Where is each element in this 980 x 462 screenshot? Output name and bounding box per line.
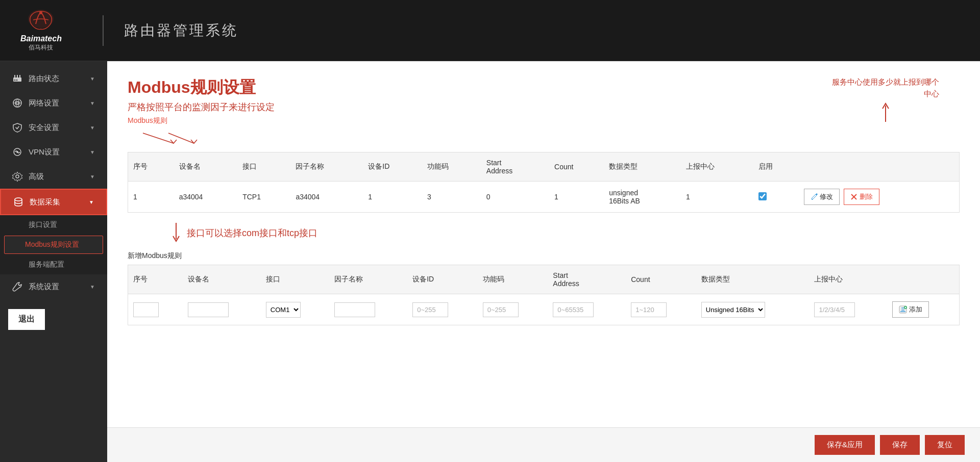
sidebar-item-security-settings[interactable]: 安全设置 ▼ <box>0 115 107 140</box>
logo-sub-text: 佰马科技 <box>29 43 53 52</box>
th-data-type: 数据类型 <box>604 152 681 182</box>
logout-button[interactable]: 退出 <box>8 309 45 330</box>
sidebar-item-vpn-settings[interactable]: VPN设置 ▼ <box>0 140 107 164</box>
bottom-action-bar: 保存&应用 保存 复位 <box>107 427 980 462</box>
table-header-row: 序号 设备名 接口 因子名称 设备ID 功能码 StartAddress Cou… <box>128 152 959 182</box>
svg-point-1 <box>39 11 42 14</box>
edit-label: 修改 <box>820 192 833 201</box>
svg-point-13 <box>16 175 19 178</box>
sidebar-item-advanced[interactable]: 高级 ▼ <box>0 164 107 189</box>
bottom-annotation: 接口可以选择com接口和tcp接口 <box>168 223 960 243</box>
sidebar-arrow-system: ▼ <box>90 284 95 290</box>
new-rule-table: 序号 设备名 接口 因子名称 设备ID 功能码 StartAddress Cou… <box>128 265 959 325</box>
main-content: Modbus规则设置 严格按照平台的监测因子来进行设定 Modbus规则 服务中… <box>107 61 980 462</box>
nr-data-type-select[interactable]: Unsigned 16Bits Signed 16Bits Unsigned 3… <box>701 302 765 318</box>
svg-point-7 <box>16 80 18 81</box>
nr-th-actions <box>887 265 959 294</box>
delete-label: 删除 <box>860 192 873 201</box>
nr-factor-name-input[interactable] <box>334 302 375 317</box>
nr-device-name-input[interactable] <box>188 302 229 317</box>
nr-td-data-type: Unsigned 16Bits Signed 16Bits Unsigned 3… <box>696 294 810 325</box>
nr-report-center-input[interactable] <box>814 302 855 317</box>
td-report-center: 1 <box>681 182 753 213</box>
th-start-address: StartAddress <box>481 152 549 182</box>
nr-seq-input[interactable] <box>133 302 159 317</box>
new-rule-section: 新增Modbus规则 序号 设备名 接口 因子名称 设备ID 功能码 Start… <box>128 251 960 325</box>
td-data-type: unsigned16Bits AB <box>604 182 681 213</box>
delete-icon <box>850 193 857 200</box>
table-row: 1 a34004 TCP1 a34004 1 3 0 1 unsigned16B… <box>128 182 959 213</box>
nr-td-device-name <box>183 294 261 325</box>
vpn-icon <box>12 147 22 157</box>
svg-line-16 <box>143 133 174 143</box>
sidebar-item-network-settings[interactable]: 网络设置 ▼ <box>0 91 107 115</box>
baimatech-logo-icon <box>23 9 59 34</box>
nr-th-factor-name: 因子名称 <box>329 265 407 294</box>
sidebar-item-data-collection[interactable]: 数据采集 ▼ <box>0 189 107 215</box>
nr-interface-select[interactable]: COM1 COM2 TCP1 TCP2 <box>266 302 301 318</box>
reset-button[interactable]: 复位 <box>925 435 965 455</box>
sidebar-item-network-label: 网络设置 <box>29 98 59 108</box>
page-title: Modbus规则设置 <box>128 76 275 99</box>
nr-count-input[interactable] <box>631 302 667 317</box>
edit-icon <box>811 193 818 200</box>
td-func-code: 3 <box>422 182 481 213</box>
save-apply-button[interactable]: 保存&应用 <box>815 435 875 455</box>
nr-th-device-name: 设备名 <box>183 265 261 294</box>
delete-button[interactable]: 删除 <box>844 189 879 205</box>
nr-device-id-input[interactable] <box>412 302 448 317</box>
bottom-spacer <box>128 336 960 366</box>
sidebar-sub-server-config[interactable]: 服务端配置 <box>0 255 107 274</box>
sidebar-sub-menu: 接口设置 Modbus规则设置 服务端配置 <box>0 215 107 274</box>
security-icon <box>12 122 22 133</box>
network-icon <box>12 98 22 108</box>
th-func-code: 功能码 <box>422 152 481 182</box>
header: Baimatech 佰马科技 路由器管理系统 <box>0 0 980 61</box>
sidebar-item-data-collection-label: 数据采集 <box>30 197 60 207</box>
th-report-center: 上报中心 <box>681 152 753 182</box>
nr-td-factor-name <box>329 294 407 325</box>
sidebar: 路由状态 ▼ 网络设置 ▼ 安全设置 ▼ <box>0 61 107 462</box>
annotation-arrows-icon <box>128 131 230 146</box>
add-rule-button[interactable]: 添加 <box>892 301 929 318</box>
save-button[interactable]: 保存 <box>880 435 920 455</box>
sidebar-item-router-status-label: 路由状态 <box>29 74 59 84</box>
add-label: 添加 <box>909 305 922 314</box>
sidebar-item-router-status[interactable]: 路由状态 ▼ <box>0 66 107 91</box>
main-data-table: 序号 设备名 接口 因子名称 设备ID 功能码 StartAddress Cou… <box>128 152 960 213</box>
logo-brand-name: Baimatech <box>20 34 62 43</box>
sidebar-arrow-router: ▼ <box>90 76 95 82</box>
bottom-annotation-text: 接口可以选择com接口和tcp接口 <box>187 227 317 239</box>
th-enabled: 启用 <box>753 152 799 182</box>
svg-rect-5 <box>19 75 20 78</box>
layout: 路由状态 ▼ 网络设置 ▼ 安全设置 ▼ <box>0 61 980 462</box>
nr-th-device-id: 设备ID <box>407 265 478 294</box>
td-enabled <box>753 182 799 213</box>
wrench-icon <box>12 281 22 292</box>
sidebar-arrow-network: ▼ <box>90 100 95 106</box>
sidebar-sub-interface-config[interactable]: 接口设置 <box>0 215 107 235</box>
new-rule-title: 新增Modbus规则 <box>128 251 960 261</box>
svg-point-14 <box>15 198 22 201</box>
th-count: Count <box>549 152 604 182</box>
top-right-annotation: 服务中心使用多少就上报到哪个 中心 <box>832 76 939 125</box>
nr-func-code-input[interactable] <box>483 302 519 317</box>
nr-td-device-id <box>407 294 478 325</box>
svg-point-6 <box>14 80 16 81</box>
nr-start-addr-input[interactable] <box>553 302 594 317</box>
sidebar-item-system-settings[interactable]: 系统设置 ▼ <box>0 274 107 299</box>
th-interface: 接口 <box>237 152 290 182</box>
sidebar-arrow-data-collection: ▼ <box>89 199 94 205</box>
nr-th-func-code: 功能码 <box>478 265 548 294</box>
router-icon <box>12 73 22 84</box>
sidebar-sub-modbus-rules[interactable]: Modbus规则设置 <box>4 236 103 254</box>
sidebar-arrow-vpn: ▼ <box>90 149 95 155</box>
sidebar-item-system-label: 系统设置 <box>29 282 59 292</box>
enabled-checkbox[interactable] <box>758 192 767 200</box>
nr-td-func-code <box>478 294 548 325</box>
edit-button[interactable]: 修改 <box>804 189 840 205</box>
nr-td-report-center <box>809 294 887 325</box>
sidebar-arrow-security: ▼ <box>90 125 95 131</box>
svg-point-12 <box>16 151 18 153</box>
arrow-annotations <box>128 131 960 148</box>
